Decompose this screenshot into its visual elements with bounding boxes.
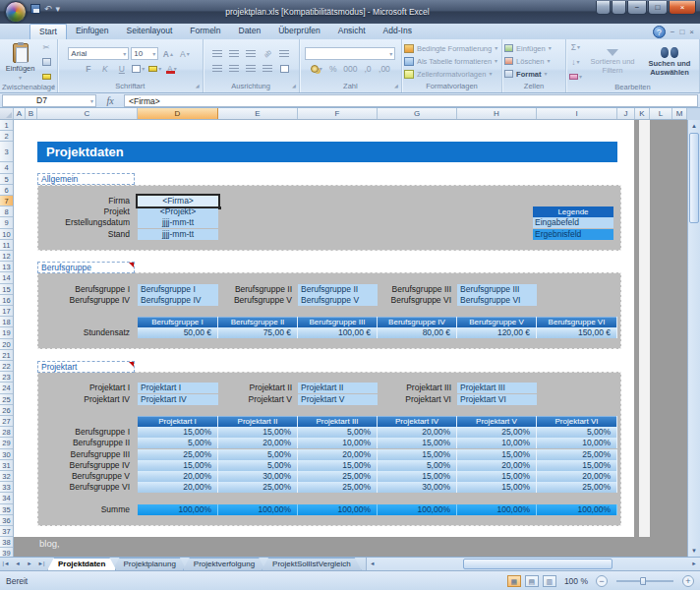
scroll-down-icon[interactable]: ▼ <box>688 545 700 557</box>
rate-value-3[interactable]: 80,00 € <box>378 327 457 338</box>
qat-customize-icon[interactable]: ▾ <box>56 4 61 14</box>
conditional-formatting-button[interactable]: Bedingte Formatierung▾ <box>404 43 497 54</box>
titlebar-extra-button-2[interactable] <box>612 1 626 15</box>
column-header-D[interactable]: D <box>138 108 218 119</box>
sum-value-3[interactable]: 100,00% <box>378 504 457 515</box>
titlebar-extra-button-1[interactable] <box>596 1 611 15</box>
matrix-value-2-3[interactable]: 15,00% <box>378 449 457 460</box>
dialog-launcher-icon[interactable]: ◢ <box>394 81 398 90</box>
row-header-1[interactable]: 1 <box>0 120 13 131</box>
save-icon[interactable] <box>30 4 40 14</box>
formula-input[interactable]: <Firma> <box>124 94 698 107</box>
fill-color-button[interactable]: ▾ <box>147 62 162 75</box>
row-header-18[interactable]: 18 <box>0 317 13 327</box>
grow-font-button[interactable]: A▴ <box>160 47 175 60</box>
sheet-tab-projektsollistvergleich[interactable]: ProjektSollIstVergleich <box>262 558 362 570</box>
matrix-header-4[interactable]: Projektart V <box>457 416 537 427</box>
sort-filter-button[interactable]: Sortieren und Filtern <box>585 49 640 75</box>
name-box[interactable]: D7▾ <box>2 94 96 107</box>
horizontal-scroll-thumb[interactable] <box>463 559 612 569</box>
sum-value-5[interactable]: 100,00% <box>537 504 617 515</box>
select-all-corner[interactable] <box>0 108 14 119</box>
matrix-header-0[interactable]: Projektart I <box>138 416 218 427</box>
align-top-button[interactable] <box>210 47 225 60</box>
matrix-value-4-1[interactable]: 30,00% <box>218 471 298 482</box>
matrix-value-4-4[interactable]: 15,00% <box>457 471 537 482</box>
sheet-tab-projektdaten[interactable]: Projektdaten <box>47 558 116 570</box>
zoom-slider[interactable] <box>616 580 673 582</box>
sum-value-0[interactable]: 100,00% <box>138 504 218 515</box>
projektart-pair-input-2[interactable]: Projektart III <box>457 383 537 393</box>
ribbon-tab-addins[interactable]: Add-Ins <box>375 24 421 39</box>
column-header-I[interactable]: I <box>537 108 617 119</box>
underline-button[interactable]: U <box>114 62 129 75</box>
comma-style-button[interactable]: 000 <box>342 62 358 75</box>
column-header-J[interactable]: J <box>617 108 635 119</box>
row-header-21[interactable]: 21 <box>0 350 13 361</box>
row-header-9[interactable]: 9 <box>0 217 13 228</box>
row-header-20[interactable]: 20 <box>0 339 13 350</box>
row-header-27[interactable]: 27 <box>0 416 13 427</box>
row-header-26[interactable]: 26 <box>0 405 13 416</box>
rate-value-1[interactable]: 75,00 € <box>218 327 298 338</box>
ribbon-tab-ansicht[interactable]: Ansicht <box>329 24 375 39</box>
fill-button[interactable]: ↓▾ <box>568 55 583 68</box>
column-header-M[interactable]: M <box>672 108 687 119</box>
borders-button[interactable]: ▾ <box>131 62 146 75</box>
matrix-header-1[interactable]: Projektart II <box>218 416 298 427</box>
vertical-scrollbar[interactable]: ▲ ▼ <box>687 120 700 557</box>
matrix-value-0-0[interactable]: 15,00% <box>138 427 218 438</box>
autosum-button[interactable]: Σ▾ <box>568 40 583 53</box>
font-size-select[interactable]: 10▾ <box>131 47 158 60</box>
workbook-minimize-icon[interactable]: − <box>671 28 675 37</box>
ribbon-tab-start[interactable]: Start <box>29 24 67 39</box>
field-input-0[interactable]: <Firma> <box>138 196 218 206</box>
page-layout-view-button[interactable]: ▤ <box>525 575 539 587</box>
row-header-15[interactable]: 15 <box>0 284 13 295</box>
row-header-3[interactable]: 3 <box>0 142 13 162</box>
fill-handle[interactable] <box>218 206 221 209</box>
berufsgruppe-pair-input-3[interactable]: Berufsgruppe IV <box>138 295 218 306</box>
berufsgruppe-pair-input-5[interactable]: Berufsgruppe VI <box>457 295 537 306</box>
align-middle-button[interactable] <box>227 47 242 60</box>
row-header-16[interactable]: 16 <box>0 295 13 306</box>
row-header-4[interactable]: 4 <box>0 162 13 173</box>
row-header-37[interactable]: 37 <box>0 526 13 537</box>
row-header-33[interactable]: 33 <box>0 482 13 493</box>
row-header-35[interactable]: 35 <box>0 504 13 515</box>
matrix-value-5-5[interactable]: 25,00% <box>537 482 617 493</box>
minimize-button[interactable]: − <box>627 1 647 15</box>
ribbon-tab-einfgen[interactable]: Einfügen <box>67 24 118 39</box>
row-header-6[interactable]: 6 <box>0 185 13 196</box>
dialog-launcher-icon[interactable]: ◢ <box>50 81 54 90</box>
matrix-value-3-0[interactable]: 15,00% <box>138 460 218 471</box>
matrix-value-1-1[interactable]: 20,00% <box>218 438 298 448</box>
row-header-12[interactable]: 12 <box>0 251 13 262</box>
rate-value-4[interactable]: 120,00 € <box>457 327 537 338</box>
scroll-right-icon[interactable]: ► <box>688 558 700 570</box>
help-icon[interactable]: ? <box>653 26 666 38</box>
berufsgruppe-pair-input-1[interactable]: Berufsgruppe II <box>298 284 378 295</box>
wrap-text-button[interactable] <box>277 47 292 60</box>
matrix-value-3-1[interactable]: 5,00% <box>218 460 298 471</box>
orientation-button[interactable]: ab <box>261 47 275 60</box>
insert-cells-button[interactable]: Einfügen▾ <box>504 43 552 54</box>
row-header-23[interactable]: 23 <box>0 372 13 383</box>
row-header-17[interactable]: 17 <box>0 306 13 317</box>
field-input-1[interactable]: <Projekt> <box>138 206 218 217</box>
rate-header-3[interactable]: Berufsgruppe IV <box>378 317 457 327</box>
rate-header-0[interactable]: Berufsgruppe I <box>138 317 218 327</box>
column-header-B[interactable]: B <box>26 108 37 119</box>
projektart-pair-input-5[interactable]: Projektart VI <box>457 394 537 405</box>
row-header-39[interactable]: 39 <box>0 548 13 557</box>
row-header-14[interactable]: 14 <box>0 272 13 283</box>
sheet-tab-projektplanung[interactable]: Projektplanung <box>112 558 186 570</box>
matrix-value-2-1[interactable]: 5,00% <box>218 449 298 460</box>
row-header-22[interactable]: 22 <box>0 361 13 372</box>
matrix-value-0-2[interactable]: 5,00% <box>298 427 378 438</box>
page-break-view-button[interactable]: ▥ <box>543 575 556 587</box>
projektart-pair-input-3[interactable]: Projektart IV <box>138 394 218 405</box>
ribbon-tab-seitenlayout[interactable]: Seitenlayout <box>118 24 182 39</box>
projektart-pair-input-4[interactable]: Projektart V <box>298 394 378 405</box>
italic-button[interactable]: K <box>97 62 112 75</box>
